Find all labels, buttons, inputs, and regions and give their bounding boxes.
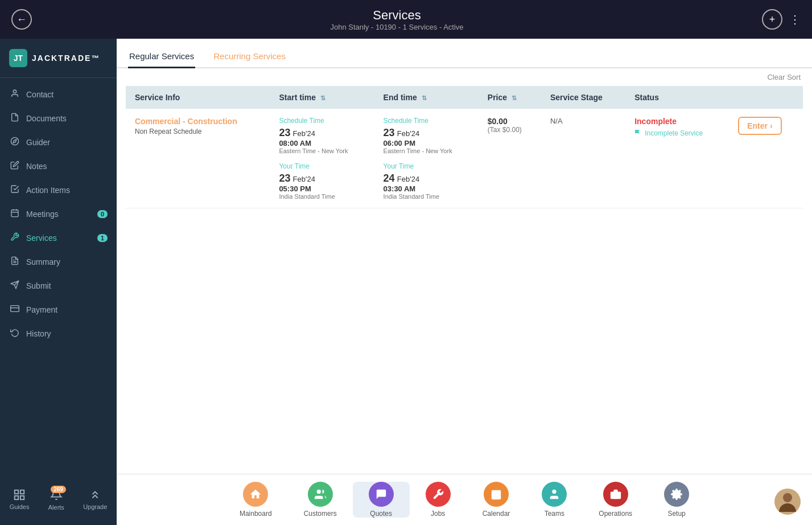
- end-your-day: 24: [384, 173, 395, 184]
- quotes-icon: [369, 482, 394, 507]
- price-tax: (Tax $0.00): [488, 126, 532, 134]
- full-bottom: Guides 269 Alerts Upgrade Mainboard: [0, 474, 812, 525]
- stage-value: N/A: [550, 117, 616, 125]
- sidebar-label-history: History: [26, 329, 51, 338]
- upgrade-icon: [89, 489, 101, 501]
- sidebar-label-contact: Contact: [26, 90, 53, 99]
- tab-recurring-services[interactable]: Recurring Services: [212, 46, 287, 68]
- nav-teams[interactable]: Teams: [526, 482, 583, 518]
- end-timezone: Eastern Time - New York: [384, 147, 469, 154]
- sidebar-item-summary[interactable]: Summary: [0, 250, 117, 274]
- tabs-bar: Regular Services Recurring Services: [117, 39, 812, 68]
- nav-quotes[interactable]: Quotes: [353, 482, 410, 518]
- start-your-time: 05:30 PM: [279, 184, 365, 193]
- sidebar-label-documents: Documents: [26, 114, 67, 123]
- operations-icon: [603, 482, 628, 507]
- table-row: Commercial - Construction Non Repeat Sch…: [126, 109, 803, 208]
- col-status: Status: [625, 86, 729, 109]
- svg-point-0: [13, 90, 16, 93]
- clear-sort-button[interactable]: Clear Sort: [767, 73, 801, 81]
- start-your-time-section: Your Time 23 Feb'24 05:30 PM India Stand…: [279, 162, 365, 200]
- logo-icon: JT: [9, 49, 27, 67]
- jobs-icon: [426, 482, 451, 507]
- start-your-label: Your Time: [279, 162, 365, 170]
- svg-point-25: [783, 493, 792, 502]
- sidebar-item-guider[interactable]: Guider: [0, 130, 117, 154]
- sidebar-item-action-items[interactable]: Action Items: [0, 178, 117, 202]
- nav-operations[interactable]: Operations: [583, 482, 648, 518]
- documents-icon: [9, 113, 20, 124]
- col-service-stage: Service Stage: [541, 86, 625, 109]
- sort-arrows-price: ⇅: [512, 95, 517, 101]
- summary-icon: [9, 256, 20, 268]
- enter-button[interactable]: Enter ›: [738, 117, 781, 135]
- svg-rect-18: [492, 490, 501, 500]
- end-your-timezone: India Standard Time: [384, 193, 469, 200]
- sidebar-item-payment[interactable]: Payment: [0, 298, 117, 322]
- end-your-time: 03:30 AM: [384, 184, 469, 193]
- end-your-time-section: Your Time 24 Feb'24 03:30 AM India Stand…: [384, 162, 469, 200]
- col-end-time[interactable]: End time ⇅: [374, 86, 479, 109]
- sidebar-label-payment: Payment: [26, 305, 57, 314]
- svg-point-17: [316, 490, 320, 494]
- meetings-badge: 0: [97, 210, 108, 218]
- sidebar-item-services[interactable]: Services 1: [0, 226, 117, 250]
- start-timezone: Eastern Time - New York: [279, 147, 365, 154]
- status-flag-text: Incomplete Service: [645, 129, 703, 137]
- guides-button[interactable]: Guides: [10, 489, 30, 510]
- start-day: 23: [279, 127, 290, 138]
- mainboard-icon: [243, 482, 268, 507]
- upgrade-button[interactable]: Upgrade: [83, 489, 107, 510]
- svg-rect-3: [11, 210, 18, 217]
- cell-start-time: Schedule Time 23 Feb'24 08:00 AM Eastern…: [270, 109, 374, 208]
- sidebar-item-meetings[interactable]: Meetings 0: [0, 202, 117, 226]
- nav-calendar[interactable]: Calendar: [467, 482, 526, 518]
- enter-chevron-icon: ›: [770, 121, 773, 130]
- meetings-icon: [9, 208, 20, 220]
- action-items-icon: [9, 184, 20, 196]
- nav-customers[interactable]: Customers: [288, 482, 353, 518]
- sidebar-item-history[interactable]: History: [0, 322, 117, 346]
- sidebar-item-notes[interactable]: Notes: [0, 154, 117, 178]
- sidebar-label-summary: Summary: [26, 257, 60, 266]
- price-value: $0.00: [488, 117, 532, 126]
- nav-jobs[interactable]: Jobs: [410, 482, 467, 518]
- back-button[interactable]: ←: [11, 9, 32, 30]
- status-value: Incomplete: [634, 117, 720, 126]
- start-time: 08:00 AM: [279, 139, 365, 147]
- end-your-label: Your Time: [384, 162, 469, 170]
- history-icon: [9, 328, 20, 339]
- sidebar-item-documents[interactable]: Documents: [0, 106, 117, 130]
- sidebar-label-notes: Notes: [26, 162, 47, 171]
- svg-point-22: [553, 490, 557, 494]
- cell-service-stage: N/A: [541, 109, 625, 208]
- sidebar-item-submit[interactable]: Submit: [0, 274, 117, 298]
- top-header: ← Services John Stanly - 10190 - 1 Servi…: [0, 0, 812, 39]
- guider-icon: [9, 137, 20, 148]
- tab-regular-services[interactable]: Regular Services: [128, 46, 195, 68]
- flag-icon: [634, 129, 641, 137]
- main-layout: JT JACKTRADE™ Contact Documents: [0, 39, 812, 474]
- submit-icon: [9, 280, 20, 292]
- start-schedule-label: Schedule Time: [279, 117, 365, 125]
- col-price[interactable]: Price ⇅: [479, 86, 541, 109]
- svg-rect-16: [20, 496, 24, 499]
- header-actions: + ⋮: [762, 9, 801, 30]
- logo-text: JACKTRADE™: [32, 54, 100, 63]
- page-title: Services: [330, 8, 463, 23]
- sidebar: JT JACKTRADE™ Contact Documents: [0, 39, 117, 474]
- start-your-day: 23: [279, 173, 290, 184]
- more-button[interactable]: ⋮: [789, 13, 801, 26]
- nav-mainboard[interactable]: Mainboard: [224, 482, 288, 518]
- col-start-time[interactable]: Start time ⇅: [270, 86, 374, 109]
- sidebar-item-contact[interactable]: Contact: [0, 83, 117, 106]
- customers-icon: [308, 482, 333, 507]
- user-avatar[interactable]: [774, 489, 801, 515]
- nav-setup[interactable]: Setup: [648, 482, 705, 518]
- sidebar-label-action-items: Action Items: [26, 186, 70, 195]
- alerts-button[interactable]: 269 Alerts: [48, 488, 64, 511]
- sort-arrows-start: ⇅: [320, 95, 325, 101]
- guides-icon: [13, 489, 26, 501]
- header-center: Services John Stanly - 10190 - 1 Service…: [330, 8, 463, 31]
- add-button[interactable]: +: [762, 9, 782, 30]
